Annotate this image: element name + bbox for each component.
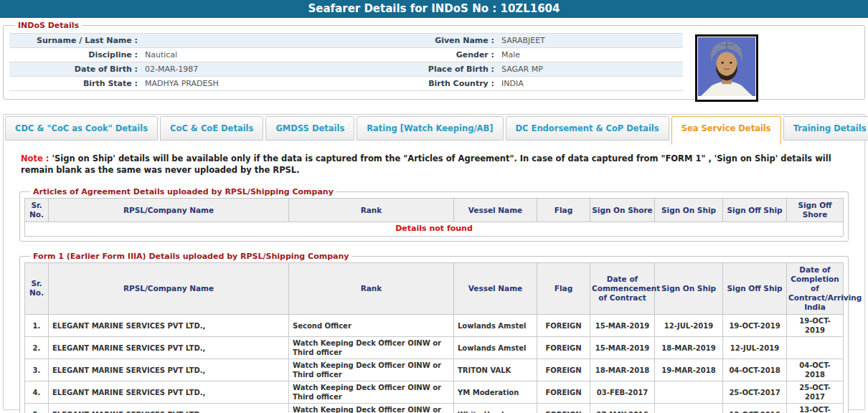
cell: YM Moderation — [454, 381, 537, 404]
cell: FOREIGN — [537, 315, 590, 337]
column-header: Rank — [289, 199, 454, 222]
detail-row: Date of Birth :02-MAR-1987Place of Birth… — [9, 62, 683, 77]
content-box: CDC & "CoC as Cook" DetailsCoC & CoE Det… — [3, 114, 865, 410]
field-label: Birth State : — [9, 79, 142, 88]
cell: ELEGANT MARINE SERVICES PVT LTD., — [49, 337, 289, 359]
field-label: Given Name : — [326, 36, 499, 45]
cell: 12-JUL-2019 — [723, 337, 787, 359]
detail-row: Birth State :MADHYA PRADESHBirth Country… — [9, 77, 683, 91]
tab-training-details[interactable]: Training Details — [783, 116, 868, 141]
cell: ELEGANT MARINE SERVICES PVT LTD., — [49, 404, 289, 413]
note-text: 'Sign on Ship' details will be available… — [21, 153, 831, 175]
cell: TRITON VALK — [454, 359, 537, 381]
table-row: 1.ELEGANT MARINE SERVICES PVT LTD.,Secon… — [25, 315, 844, 337]
field-label: Gender : — [326, 50, 499, 60]
cell: 19-MAR-2018 — [655, 359, 723, 381]
cell: FOREIGN — [537, 404, 590, 413]
column-header: RPSL/Company Name — [49, 262, 289, 315]
column-header: Sign On Ship — [655, 199, 723, 222]
cell: ELEGANT MARINE SERVICES PVT LTD., — [49, 315, 289, 337]
cell — [787, 337, 844, 359]
field-value: SAGAR MP — [499, 65, 683, 74]
cell: 04-OCT-2018 — [723, 359, 787, 381]
column-header: Sr. No. — [25, 262, 49, 315]
column-header: Sign On Shore — [590, 199, 655, 222]
detail-row: Discipline :NauticalGender :Male — [9, 48, 683, 62]
column-header: Date of Commencement of Contract — [590, 262, 655, 315]
tab-dc-endorsement-cop-details[interactable]: DC Endorsement & CoP Details — [506, 116, 669, 141]
form1-table: Sr. No.RPSL/Company NameRankVessel NameF… — [24, 262, 844, 413]
cell: ELEGANT MARINE SERVICES PVT LTD., — [49, 381, 289, 404]
cell: 2. — [25, 337, 49, 359]
empty-message: Details not found — [25, 222, 844, 236]
column-header: Sign Off Shore — [787, 199, 844, 222]
cell: Watch Keeping Deck Officer OINW or Third… — [289, 359, 454, 381]
form1-legend: Form 1 (Earlier Form IIIA) Details uploa… — [30, 252, 352, 261]
cell: Watch Keeping Deck Officer OINW or Third… — [289, 404, 454, 413]
field-label: Discipline : — [9, 50, 142, 60]
cell: 3. — [25, 359, 49, 381]
column-header: Sign Off Ship — [723, 199, 787, 222]
column-header: Flag — [537, 262, 590, 315]
column-header: RPSL/Company Name — [49, 199, 289, 222]
page-title: Seafarer Details for INDoS No : 10ZL1604 — [0, 0, 868, 18]
cell: 4. — [25, 381, 49, 404]
cell: 19-OCT-2019 — [787, 315, 844, 337]
cell: 12-JUL-2019 — [655, 315, 723, 337]
cell: ELEGANT MARINE SERVICES PVT LTD., — [49, 359, 289, 381]
tab-sea-service-details[interactable]: Sea Service Details — [671, 116, 781, 145]
form1-section: Form 1 (Earlier Form IIIA) Details uploa… — [19, 252, 849, 413]
field-label: Surname / Last Name : — [9, 36, 142, 45]
tab-rating-watch-keeping-ab[interactable]: Rating [Watch Keeping/AB] — [357, 116, 503, 141]
column-header: Sign Off Ship — [723, 262, 787, 315]
detail-row: Surname / Last Name :Given Name :SARABJE… — [9, 34, 683, 48]
tab-cdc-coc-as-cook-details[interactable]: CDC & "CoC as Cook" Details — [5, 116, 158, 141]
cell: 13-OCT-2016 — [787, 404, 844, 413]
table-row: 4.ELEGANT MARINE SERVICES PVT LTD.,Watch… — [25, 381, 844, 404]
column-header: Vessel Name — [454, 262, 537, 315]
indos-details-legend: INDoS Details — [15, 21, 82, 30]
column-header: Vessel Name — [454, 199, 537, 222]
field-label: Date of Birth : — [9, 65, 142, 74]
cell: 25-OCT-2017 — [723, 381, 787, 404]
field-value: INDIA — [499, 79, 683, 88]
column-header: Flag — [537, 199, 590, 222]
cell: 27-MAY-2016 — [590, 404, 655, 413]
cell: 04-OCT-2018 — [787, 359, 844, 381]
cell: 5. — [25, 404, 49, 413]
table-row: 2.ELEGANT MARINE SERVICES PVT LTD.,Watch… — [25, 337, 844, 359]
column-header: Date of Completion of Contract/Arriving … — [787, 262, 844, 315]
field-value: Nautical — [142, 50, 326, 60]
note: Note : 'Sign on Ship' details will be av… — [21, 153, 847, 176]
field-label: Birth Country : — [326, 79, 499, 88]
cell: 15-MAR-2019 — [590, 315, 655, 337]
cell: 13-OCT-2016 — [723, 404, 787, 413]
cell: 19-OCT-2019 — [723, 315, 787, 337]
tab-bar: CDC & "CoC as Cook" DetailsCoC & CoE Det… — [4, 115, 864, 141]
note-prefix: Note : — [21, 153, 49, 163]
cell: FOREIGN — [537, 359, 590, 381]
field-value: SARABJEET — [499, 36, 683, 45]
column-header: Rank — [289, 262, 454, 315]
cell: FOREIGN — [537, 337, 590, 359]
cell — [655, 381, 723, 404]
cell: Lowlands Amstel — [454, 337, 537, 359]
indos-details-section: INDoS Details Surname / Last Name :Given… — [3, 21, 865, 100]
field-value: Male — [499, 50, 683, 60]
cell: Second Officer — [289, 315, 454, 337]
cell: 18-MAR-2019 — [655, 337, 723, 359]
field-value: MADHYA PRADESH — [142, 79, 326, 88]
indos-rows: Surname / Last Name :Given Name :SARABJE… — [9, 33, 683, 91]
table-row: 5.ELEGANT MARINE SERVICES PVT LTD.,Watch… — [25, 404, 844, 413]
cell: Lowlands Amstel — [454, 315, 537, 337]
field-label: Place of Birth : — [326, 65, 499, 74]
tab-gmdss-details[interactable]: GMDSS Details — [265, 116, 354, 141]
cell: White Hawk — [454, 404, 537, 413]
articles-table: Sr. No.RPSL/Company NameRankVessel NameF… — [24, 198, 844, 237]
articles-legend: Articles of Agreement Details uploaded b… — [30, 187, 336, 196]
cell: 03-FEB-2017 — [590, 381, 655, 404]
tab-coc-coe-details[interactable]: CoC & CoE Details — [160, 116, 263, 141]
column-header: Sign On Ship — [655, 262, 723, 315]
articles-of-agreement-section: Articles of Agreement Details uploaded b… — [19, 187, 849, 242]
cell: FOREIGN — [537, 381, 590, 404]
